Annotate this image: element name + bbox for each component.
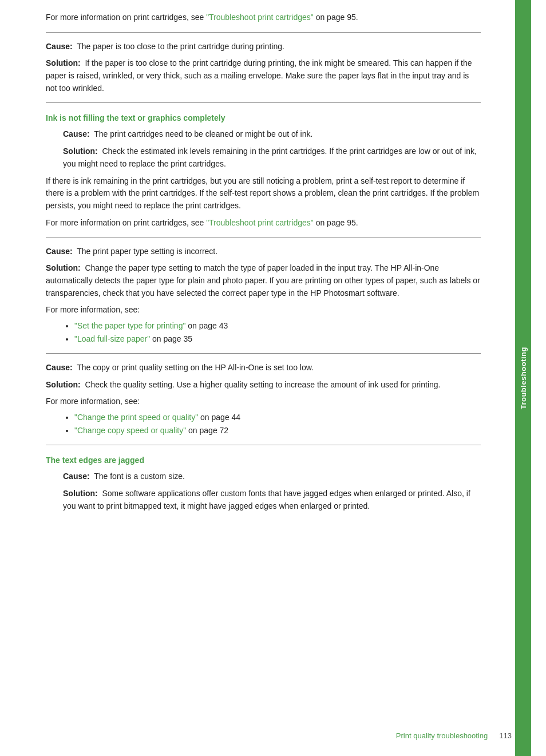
for-more-info-2: For more information on print cartridges…: [46, 217, 481, 229]
bullet4-link-2[interactable]: "Change copy speed or quality": [74, 426, 186, 435]
cause3-paragraph: Cause: The print paper type setting is i…: [46, 246, 481, 258]
cause2-paragraph: Cause: The print cartridges need to be c…: [63, 128, 481, 141]
divider-3: [46, 237, 481, 238]
divider-5: [46, 445, 481, 445]
list-item: "Change the print speed or quality" on p…: [74, 411, 481, 423]
cause3-text: The print paper type setting is incorrec…: [77, 247, 217, 256]
intro-link[interactable]: "Troubleshoot print cartridges": [206, 13, 314, 22]
sidebar-tab-label: Troubleshooting: [519, 347, 528, 409]
solution2-para3-prefix: For more information on print cartridges…: [46, 218, 206, 227]
intro-suffix: on page 95.: [314, 13, 358, 22]
solution5-paragraph: Solution: Some software applications off…: [63, 488, 481, 512]
bullet3-link-2[interactable]: "Load full-size paper": [74, 334, 150, 343]
cause4-text: The copy or print quality setting on the…: [77, 363, 314, 372]
bullet4-suffix-1: on page 44: [198, 413, 240, 422]
divider-2: [46, 102, 481, 103]
list-item: "Set the paper type for printing" on pag…: [74, 319, 481, 332]
solution2-text: Check the estimated ink levels remaining…: [63, 147, 477, 168]
footer-link[interactable]: Print quality troubleshooting: [396, 731, 488, 740]
list-item: "Change copy speed or quality" on page 7…: [74, 424, 481, 437]
divider-4: [46, 353, 481, 354]
bullet4-suffix-2: on page 72: [186, 426, 228, 435]
solution3-label: Solution:: [46, 263, 81, 272]
cause5-paragraph: Cause: The font is a custom size.: [63, 470, 481, 483]
bullet4-link-1[interactable]: "Change the print speed or quality": [74, 413, 198, 422]
cause3-label: Cause:: [46, 247, 73, 256]
sidebar-troubleshooting-tab: Troubleshooting: [515, 0, 531, 756]
solution5-label: Solution:: [63, 489, 98, 498]
page-footer: Print quality troubleshooting 113: [396, 731, 512, 740]
solution3-paragraph: Solution: Change the paper type setting …: [46, 262, 481, 299]
cause5-label: Cause:: [63, 472, 90, 481]
bullet3-suffix-1: on page 43: [185, 321, 228, 330]
cause1-label: Cause:: [46, 42, 73, 51]
cause4-paragraph: Cause: The copy or print quality setting…: [46, 362, 481, 374]
footer-page-number: 113: [499, 731, 512, 740]
solution2-link[interactable]: "Troubleshoot print cartridges": [206, 218, 314, 227]
section2-heading: Ink is not filling the text or graphics …: [46, 113, 481, 122]
for-more-info-3: For more information, see:: [46, 304, 481, 316]
intro-paragraph: For more information on print cartridges…: [46, 11, 481, 24]
cause2-text: The print cartridges need to be cleaned …: [94, 129, 312, 138]
for-more-info-4: For more information, see:: [46, 395, 481, 407]
solution2-label: Solution:: [63, 147, 98, 156]
bullets3-list: "Set the paper type for printing" on pag…: [74, 319, 481, 345]
cause1-paragraph: Cause: The paper is too close to the pri…: [46, 41, 481, 53]
solution4-paragraph: Solution: Check the quality setting. Use…: [46, 379, 481, 391]
solution1-label: Solution:: [46, 58, 81, 68]
solution2-paragraph: Solution: Check the estimated ink levels…: [63, 145, 481, 170]
list-item: "Load full-size paper" on page 35: [74, 333, 481, 345]
solution1-paragraph: Solution: If the paper is too close to t…: [46, 57, 481, 94]
cause1-text: The paper is too close to the print cart…: [77, 42, 284, 51]
solution1-text: If the paper is too close to the print c…: [46, 58, 472, 92]
solution2-para2: If there is ink remaining in the print c…: [46, 175, 481, 212]
section5-heading: The text edges are jagged: [46, 456, 481, 465]
bullet3-suffix-2: on page 35: [150, 334, 192, 343]
bullet3-link-1[interactable]: "Set the paper type for printing": [74, 321, 185, 330]
intro-text: For more information on print cartridges…: [46, 13, 206, 22]
solution2-link-suffix: on page 95.: [314, 218, 358, 227]
solution5-text: Some software applications offer custom …: [63, 489, 470, 510]
cause4-label: Cause:: [46, 363, 73, 372]
solution4-text: Check the quality setting. Use a higher …: [85, 380, 440, 389]
cause2-label: Cause:: [63, 129, 90, 138]
solution4-label: Solution:: [46, 380, 81, 389]
solution3-text: Change the paper type setting to match t…: [46, 263, 480, 297]
cause5-text: The font is a custom size.: [94, 472, 185, 481]
divider-1: [46, 32, 481, 33]
bullets4-list: "Change the print speed or quality" on p…: [74, 411, 481, 437]
